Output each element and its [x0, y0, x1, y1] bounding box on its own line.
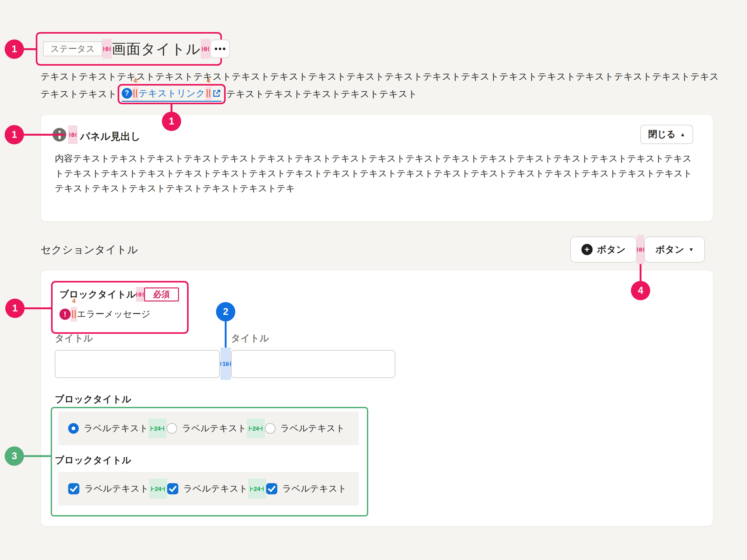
gap-marker-24: 24: [248, 479, 266, 499]
section-actions: + ボタン 8 4 ボタン ▼: [570, 235, 705, 264]
radio-unselected[interactable]: [166, 423, 177, 434]
external-link-icon: [212, 88, 222, 98]
radio-label: ラベルテキスト: [84, 422, 149, 435]
annotation-box-block-title: ブロックタイトル 8 必須 ! 4 エラーメッセージ: [51, 281, 189, 334]
more-button[interactable]: [210, 39, 230, 58]
body-text: テキストテキストテキストテキストテキストテキストテキストテキストテキストテキスト…: [41, 70, 725, 83]
annotation-line: [23, 134, 65, 136]
checkbox-checked[interactable]: [266, 483, 277, 495]
gap-marker-4: 4: [132, 86, 138, 100]
annotation-badge-3: 3: [5, 447, 24, 466]
checkbox-label: ラベルテキスト: [282, 483, 347, 495]
gap-marker-16: 16 2: [221, 348, 231, 380]
radio-selected[interactable]: [68, 423, 79, 434]
annotation-badge-2: 2: [216, 302, 235, 321]
checkbox-checked[interactable]: [68, 483, 79, 495]
annotation-line: [225, 321, 227, 348]
annotation-badge-1: 1: [5, 39, 24, 59]
annotation-box-header: ステータス 8 画面タイトル 8: [36, 32, 222, 65]
status-badge: ステータス: [43, 42, 102, 56]
error-row: ! 4 エラーメッセージ: [59, 307, 180, 322]
form-card: ブロックタイトル 8 必須 ! 4 エラーメッセージ タイトル タイトル 16 …: [41, 270, 713, 526]
annotation-line: [24, 308, 51, 309]
help-icon: ?: [122, 88, 132, 99]
gap-marker-4: 4: [71, 307, 77, 322]
annotation-line: [171, 104, 173, 112]
annotation-line: [640, 264, 642, 282]
field-label: タイトル: [55, 332, 93, 345]
text-link[interactable]: ? 4 テキストリンク 4: [122, 86, 222, 102]
panel: 8 パネル見出し 閉じる ▲ 内容テキストテキストテキストテキストテキストテキス…: [41, 114, 713, 221]
body-text-line1: テキストテキストテキストテキストテキストテキストテキストテキストテキストテキスト…: [41, 71, 719, 81]
checkbox-label: ラベルテキスト: [183, 483, 248, 495]
plus-icon: +: [582, 244, 593, 255]
chevron-up-icon: ▲: [680, 132, 686, 137]
gap-marker-24: 24: [149, 419, 166, 438]
gap-marker-8: 8 4: [637, 235, 644, 264]
title-input-1[interactable]: [55, 350, 220, 378]
radio-unselected[interactable]: [265, 423, 276, 434]
annotation-line: [23, 48, 36, 50]
panel-heading: パネル見出し: [80, 130, 141, 143]
close-button[interactable]: 閉じる ▲: [640, 125, 693, 144]
gap-marker-8: 8: [102, 39, 112, 59]
checkbox-checked[interactable]: [167, 483, 178, 495]
group-title: ブロックタイトル: [55, 454, 131, 466]
annotation-badge-1: 1: [5, 299, 25, 318]
section-title: セクションタイトル: [41, 243, 138, 257]
gap-marker-8: 8: [201, 39, 210, 59]
annotation-box-link: ? 4 テキストリンク 4 1: [118, 84, 226, 104]
ellipsis-icon: [215, 48, 217, 50]
annotation-badge-1: 1: [162, 112, 181, 131]
radio-label: ラベルテキスト: [182, 422, 247, 435]
chevron-down-icon: ▼: [689, 247, 694, 252]
checkbox-group: ラベルテキスト 24 ラベルテキスト 24 ラベルテキスト: [58, 472, 359, 506]
add-button[interactable]: + ボタン: [570, 236, 637, 263]
error-message: エラーメッセージ: [77, 308, 150, 320]
gap-marker-8: 8: [136, 287, 144, 302]
gap-marker-8: 8: [68, 125, 77, 144]
radio-label: ラベルテキスト: [280, 422, 345, 435]
checkbox-label: ラベルテキスト: [84, 483, 149, 495]
gap-marker-24: 24: [247, 419, 265, 438]
required-badge: 必須: [144, 288, 179, 301]
gap-marker-4: 4: [205, 86, 212, 100]
panel-body: 内容テキストテキストテキストテキストテキストテキストテキストテキストテキストテキ…: [55, 151, 701, 196]
design-spec-page: 1 ステータス 8 画面タイトル 8 テキストテキストテキストテキストテキストテ…: [0, 0, 747, 560]
annotation-badge-1: 1: [5, 125, 24, 144]
group-title: ブロックタイトル: [55, 393, 131, 406]
annotation-line: [23, 455, 51, 457]
title-input-2[interactable]: [231, 350, 395, 378]
gap-marker-24: 24: [149, 479, 167, 499]
radio-group: ラベルテキスト 24 ラベルテキスト 24 ラベルテキスト: [58, 411, 359, 445]
block-title: ブロックタイトル: [59, 289, 136, 300]
body-text-line2: テキストテキスト ? 4 テキストリンク 4 1 テキストテキストテキストテキス…: [41, 83, 417, 105]
menu-button[interactable]: ボタン ▼: [644, 236, 705, 263]
field-label: タイトル: [231, 332, 269, 345]
page-title: 画面タイトル: [112, 42, 201, 56]
error-icon: !: [59, 309, 71, 320]
annotation-badge-4: 4: [631, 281, 650, 300]
